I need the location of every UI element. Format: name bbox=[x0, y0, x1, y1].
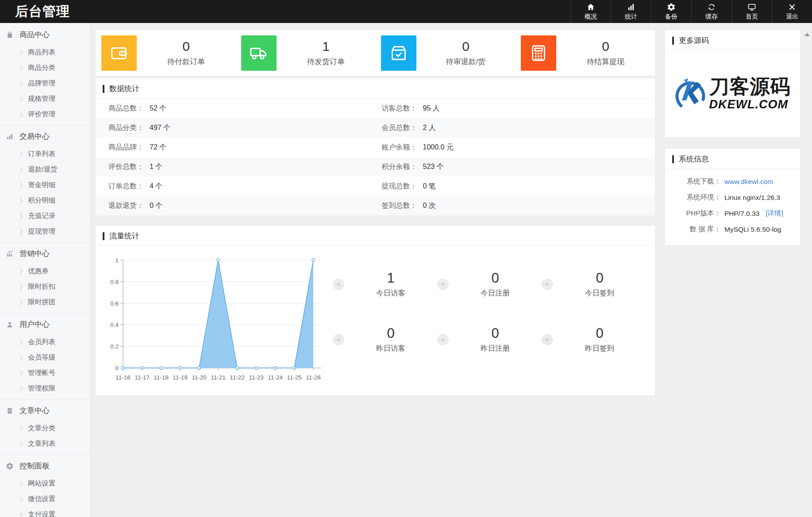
stats-row: 商品品牌：72 个 账户余额：1000.0 元 bbox=[96, 138, 655, 157]
panel-title: 系统信息 bbox=[665, 149, 800, 169]
sidebar-item-coupon[interactable]: ├优惠券 bbox=[0, 264, 90, 279]
sidebar-item-label: 品牌管理 bbox=[28, 79, 55, 88]
nav-overview[interactable]: 概况 bbox=[570, 0, 611, 23]
stat-label: 退款退货： bbox=[108, 201, 144, 211]
sidebar-item-article-category[interactable]: ├文章分类 bbox=[0, 421, 90, 436]
sidebar-section-title: 用户中心 bbox=[19, 319, 50, 329]
nav-frontend-home[interactable]: 首页 bbox=[731, 0, 772, 23]
php-details-link[interactable]: [详情] bbox=[766, 209, 783, 218]
sidebar-item-article-list[interactable]: ├文章列表 bbox=[0, 436, 90, 452]
sidebar-item-flash-discount[interactable]: ├限时折扣 bbox=[0, 279, 90, 295]
sidebar-item-label: 充值记录 bbox=[28, 211, 55, 221]
sidebar-item-brand-mgmt[interactable]: ├品牌管理 bbox=[0, 76, 90, 91]
sidebar-section-control-header[interactable]: 控制面板 bbox=[0, 456, 90, 476]
chart-trend-icon bbox=[6, 250, 14, 258]
refresh-icon bbox=[707, 3, 716, 11]
svg-text:11-19: 11-19 bbox=[173, 374, 188, 381]
sidebar-item-review-mgmt[interactable]: ├评价管理 bbox=[0, 107, 90, 122]
svg-text:11-23: 11-23 bbox=[249, 374, 264, 381]
svg-text:1: 1 bbox=[115, 257, 119, 264]
sidebar-item-points-detail[interactable]: ├积分明细 bbox=[0, 193, 90, 208]
dkewl-logo-mark bbox=[675, 75, 708, 113]
branch-icon: ├ bbox=[19, 480, 23, 487]
sidebar-item-group-buy[interactable]: ├限时拼团 bbox=[0, 295, 90, 310]
sidebar-item-label: 会员等级 bbox=[28, 353, 55, 362]
branch-icon: ├ bbox=[19, 151, 23, 157]
header-nav: 概况 统计 备份 缓存 首页 退出 bbox=[570, 0, 812, 23]
card-pending-payment[interactable]: 0 待付款订单 bbox=[96, 30, 235, 76]
sidebar-item-admin-account[interactable]: ├管理帐号 bbox=[0, 365, 90, 381]
sysinfo-label: PHP版本： bbox=[682, 209, 721, 218]
sidebar-section-marketing-header[interactable]: 营销中心 bbox=[0, 244, 90, 264]
sidebar-section-users-header[interactable]: 用户中心 bbox=[0, 314, 90, 334]
card-pending-shipment[interactable]: 1 待发货订单 bbox=[235, 30, 375, 76]
sidebar-section-articles: 文章中心 ├文章分类 ├文章列表 bbox=[0, 401, 90, 456]
sidebar-item-payment-settings[interactable]: ├支付设置 bbox=[0, 507, 90, 517]
sidebar-item-withdraw-mgmt[interactable]: ├提现管理 bbox=[0, 224, 90, 239]
card-label: 待付款订单 bbox=[137, 57, 235, 67]
sidebar-item-fund-detail[interactable]: ├资金明细 bbox=[0, 177, 90, 193]
svg-text:0.4: 0.4 bbox=[110, 322, 119, 328]
nav-backup[interactable]: 备份 bbox=[651, 0, 691, 23]
system-download-link[interactable]: www.dkewl.com bbox=[724, 178, 773, 186]
stat-label: 会员总数： bbox=[382, 123, 417, 133]
stat-number: 0 bbox=[553, 270, 646, 286]
sidebar-item-label: 会员列表 bbox=[28, 337, 55, 347]
sidebar-item-label: 优惠券 bbox=[28, 267, 49, 276]
divider bbox=[0, 125, 90, 126]
stat-number: 0 bbox=[449, 270, 542, 286]
sidebar-item-label: 管理权限 bbox=[28, 384, 55, 393]
sidebar-item-order-list[interactable]: ├订单列表 bbox=[0, 146, 90, 162]
equals-icon: = bbox=[542, 334, 553, 345]
sidebar-item-label: 退款/退货 bbox=[28, 165, 57, 174]
branch-icon: ├ bbox=[19, 80, 23, 87]
truck-icon bbox=[241, 35, 277, 71]
branch-icon: ├ bbox=[19, 213, 23, 219]
nav-statistics[interactable]: 统计 bbox=[611, 0, 651, 23]
sidebar-item-label: 文章列表 bbox=[28, 439, 55, 448]
sidebar-item-spec-mgmt[interactable]: ├规格管理 bbox=[0, 91, 90, 107]
nav-label: 首页 bbox=[746, 13, 758, 21]
sidebar-item-label: 网站设置 bbox=[28, 479, 55, 488]
stat-label: 昨日注册 bbox=[449, 344, 542, 353]
sidebar: 商品中心 ├商品列表 ├商品分类 ├品牌管理 ├规格管理 ├评价管理 交易中心 … bbox=[0, 23, 91, 517]
gear-icon bbox=[6, 462, 14, 470]
card-pending-refund[interactable]: 0 待审退款/货 bbox=[375, 30, 515, 76]
sidebar-item-goods-list[interactable]: ├商品列表 bbox=[0, 45, 90, 60]
sidebar-item-site-settings[interactable]: ├网站设置 bbox=[0, 476, 90, 491]
gear-icon bbox=[667, 3, 676, 11]
sidebar-section-control: 控制面板 ├网站设置 ├微信设置 ├支付设置 ├导航管理 ├广告管理 ├友情链接 bbox=[0, 456, 90, 517]
sidebar-section-articles-header[interactable]: 文章中心 bbox=[0, 401, 90, 421]
sidebar-section-goods: 商品中心 ├商品列表 ├商品分类 ├品牌管理 ├规格管理 ├评价管理 bbox=[0, 25, 90, 126]
stat-label: 商品总数： bbox=[108, 104, 144, 113]
dkewl-logo-link[interactable]: 刀客源码 DKEWL.COM bbox=[665, 50, 800, 137]
panel-title: 流量统计 bbox=[96, 226, 655, 246]
sysinfo-row-environment: 系统环境： Linux nginx/1.26.3 bbox=[682, 193, 796, 202]
branch-icon: ├ bbox=[19, 197, 23, 204]
sidebar-section-goods-header[interactable]: 商品中心 bbox=[0, 25, 90, 45]
svg-text:11-21: 11-21 bbox=[211, 374, 226, 381]
sysinfo-value: MySQLi 5.6.50-log bbox=[724, 226, 781, 234]
stat-number: 0 bbox=[344, 326, 437, 341]
traffic-stat-today-registered: = 0今日注册 bbox=[437, 270, 542, 298]
traffic-stat-today-checkin: = 0今日签到 bbox=[542, 270, 646, 298]
sidebar-item-admin-permission[interactable]: ├管理权限 bbox=[0, 381, 90, 396]
card-pending-settlement[interactable]: 0 待结算提现 bbox=[515, 30, 655, 76]
nav-logout[interactable]: 退出 bbox=[772, 0, 812, 23]
divider bbox=[0, 399, 90, 400]
sidebar-item-member-level[interactable]: ├会员等级 bbox=[0, 350, 90, 365]
sidebar-item-label: 商品列表 bbox=[28, 48, 55, 57]
sidebar-section-trade-header[interactable]: 交易中心 bbox=[0, 126, 90, 146]
svg-text:11-26: 11-26 bbox=[306, 374, 321, 381]
sidebar-item-wechat-settings[interactable]: ├微信设置 bbox=[0, 491, 90, 507]
sidebar-item-refund-return[interactable]: ├退款/退货 bbox=[0, 162, 90, 177]
sidebar-item-member-list[interactable]: ├会员列表 bbox=[0, 334, 90, 350]
sidebar-item-recharge-record[interactable]: ├充值记录 bbox=[0, 208, 90, 224]
svg-text:11-20: 11-20 bbox=[192, 374, 207, 381]
equals-icon: = bbox=[542, 279, 553, 290]
sidebar-item-goods-category[interactable]: ├商品分类 bbox=[0, 60, 90, 76]
nav-cache[interactable]: 缓存 bbox=[691, 0, 731, 23]
scrollbar-up-arrow[interactable] bbox=[804, 33, 810, 36]
stat-value: 0 个 bbox=[150, 201, 162, 211]
calculator-icon bbox=[521, 35, 556, 71]
